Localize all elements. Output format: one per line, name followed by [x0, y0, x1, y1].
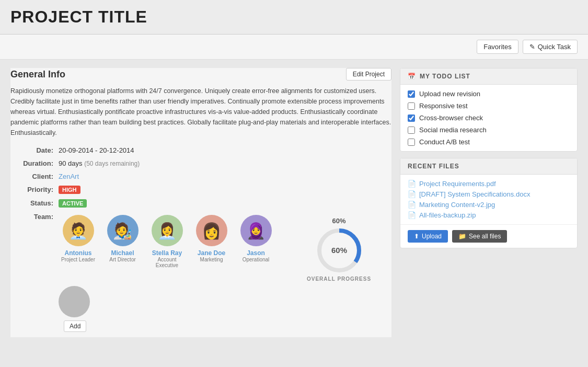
todo-item-label: Conduct A/B test [419, 138, 470, 146]
file-item[interactable]: 📄 All-files-backup.zip [408, 211, 570, 219]
file-item[interactable]: 📄 Project Requirements.pdf [408, 180, 570, 188]
todo-item-label: Upload new revision [419, 90, 480, 98]
date-row: Date: 20-09-2014 - 20-12-2014 [16, 146, 391, 154]
file-icon: 📄 [408, 180, 416, 188]
add-member-button[interactable]: Add [64, 320, 86, 332]
team-section: 🧑‍💼 Antonius Project Leader 🧑‍🎨 Michael … [59, 213, 391, 332]
todo-list: Upload new revision Responsive test Cros… [400, 85, 577, 151]
member-role: Art Director [109, 257, 136, 262]
duration-value: 90 days (50 days remaining) [59, 159, 140, 167]
team-container: 🧑‍💼 Antonius Project Leader 🧑‍🎨 Michael … [59, 215, 275, 268]
todo-checkbox[interactable] [408, 114, 415, 122]
team-member: 🧑‍💼 Antonius Project Leader [59, 215, 98, 268]
see-all-button[interactable]: 📁 See all files [452, 230, 507, 243]
todo-checkbox[interactable] [408, 139, 415, 146]
calendar-icon: 📅 [408, 73, 416, 80]
client-label: Client: [16, 173, 53, 180]
upload-button[interactable]: ⬆ Upload [408, 230, 448, 243]
member-name: Antonius [65, 249, 92, 257]
favorites-button[interactable]: Favorites [477, 40, 518, 54]
priority-badge: HIGH [59, 186, 80, 194]
duration-row: Duration: 90 days (50 days remaining) [16, 159, 391, 167]
avatar-jane doe[interactable]: 👩 [196, 215, 227, 246]
avatar-antonius[interactable]: 🧑‍💼 [63, 215, 94, 246]
priority-row: Priority: HIGH [16, 186, 391, 194]
file-item[interactable]: 📄 [DRAFT] System Specifications.docx [408, 190, 570, 198]
section-header: General Info Edit Project [10, 68, 391, 81]
date-value: 20-09-2014 - 20-12-2014 [59, 146, 134, 154]
progress-percent: 60% [332, 217, 346, 225]
member-role: Project Leader [61, 257, 95, 262]
todo-item-label: Cross-browser check [419, 114, 483, 122]
member-role: Operational [243, 257, 270, 262]
status-badge: ACTIVE [59, 199, 87, 208]
file-item[interactable]: 📄 Marketing Content-v2.jpg [408, 201, 570, 209]
info-table: Date: 20-09-2014 - 20-12-2014 Duration: … [16, 146, 391, 332]
member-name: Michael [111, 249, 134, 257]
todo-header: 📅 MY TODO LIST [400, 68, 577, 85]
file-icon: 📄 [408, 190, 416, 198]
toolbar: Favorites ✎ Quick Task [0, 35, 588, 60]
files-header: RECENT FILES [400, 158, 577, 175]
client-row: Client: ZenArt [16, 173, 391, 180]
member-name: Stella Ray [152, 249, 182, 257]
main-content: General Info Edit Project Rapidiously mo… [0, 60, 588, 346]
avatar-jason[interactable]: 🧕 [240, 215, 272, 246]
member-name: Jane Doe [198, 249, 225, 257]
todo-item: Social media research [408, 126, 570, 134]
todo-item: Upload new revision [408, 90, 570, 98]
file-name: All-files-backup.zip [419, 211, 476, 219]
files-actions: ⬆ Upload 📁 See all files [400, 224, 577, 248]
file-icon: 📄 [408, 211, 416, 219]
file-name: [DRAFT] System Specifications.docx [419, 190, 530, 198]
todo-item-label: Social media research [419, 126, 487, 134]
duration-label: Duration: [16, 159, 53, 167]
files-box: RECENT FILES 📄 Project Requirements.pdf … [400, 158, 578, 248]
svg-text:60%: 60% [331, 246, 347, 255]
team-row: Team: 🧑‍💼 Antonius Project Leader 🧑‍🎨 Mi… [16, 213, 391, 332]
left-panel: General Info Edit Project Rapidiously mo… [10, 68, 391, 337]
todo-item: Conduct A/B test [408, 138, 570, 146]
todo-item-label: Responsive test [419, 102, 468, 110]
todo-checkbox[interactable] [408, 102, 415, 110]
files-list: 📄 Project Requirements.pdf 📄 [DRAFT] Sys… [400, 175, 577, 224]
avatar-stella ray[interactable]: 👩‍💼 [152, 215, 183, 246]
quick-task-button[interactable]: ✎ Quick Task [523, 40, 578, 54]
team-member: 🧕 Jason Operational [236, 215, 275, 268]
right-panel: 📅 MY TODO LIST Upload new revision Respo… [400, 68, 578, 337]
member-role: Marketing [200, 257, 223, 262]
todo-checkbox[interactable] [408, 90, 415, 98]
section-title: General Info [10, 69, 65, 80]
team-member: 🧑‍🎨 Michael Art Director [103, 215, 142, 268]
team-label: Team: [16, 213, 53, 221]
avatar-michael[interactable]: 🧑‍🎨 [107, 215, 139, 246]
files-title: RECENT FILES [408, 163, 459, 170]
progress-circle: 60% [316, 227, 363, 274]
todo-title: MY TODO LIST [420, 73, 470, 80]
client-value[interactable]: ZenArt [59, 173, 79, 180]
todo-checkbox[interactable] [408, 127, 415, 134]
todo-item: Responsive test [408, 102, 570, 110]
priority-label: Priority: [16, 186, 53, 193]
file-name: Marketing Content-v2.jpg [419, 201, 495, 209]
pencil-icon: ✎ [529, 43, 535, 51]
see-all-label: See all files [469, 233, 501, 240]
status-label: Status: [16, 199, 53, 207]
upload-icon: ⬆ [414, 233, 419, 240]
edit-project-button[interactable]: Edit Project [346, 68, 391, 81]
header: PROJECT TITLE [0, 0, 588, 35]
folder-icon: 📁 [458, 233, 466, 240]
team-member: 👩 Jane Doe Marketing [192, 215, 231, 268]
add-avatar [59, 286, 90, 317]
status-row: Status: ACTIVE [16, 199, 391, 208]
upload-label: Upload [422, 233, 442, 240]
project-description: Rapidiously monetize orthogonal platform… [10, 86, 391, 138]
overall-progress-label: OVERALL PROGRESS [307, 276, 371, 282]
quick-task-label: Quick Task [538, 43, 571, 51]
todo-item: Cross-browser check [408, 114, 570, 122]
duration-note: (50 days remaining) [84, 160, 140, 167]
project-title: PROJECT TITLE [10, 7, 578, 27]
file-name: Project Requirements.pdf [419, 180, 496, 188]
member-name: Jason [247, 249, 265, 257]
date-label: Date: [16, 146, 53, 154]
